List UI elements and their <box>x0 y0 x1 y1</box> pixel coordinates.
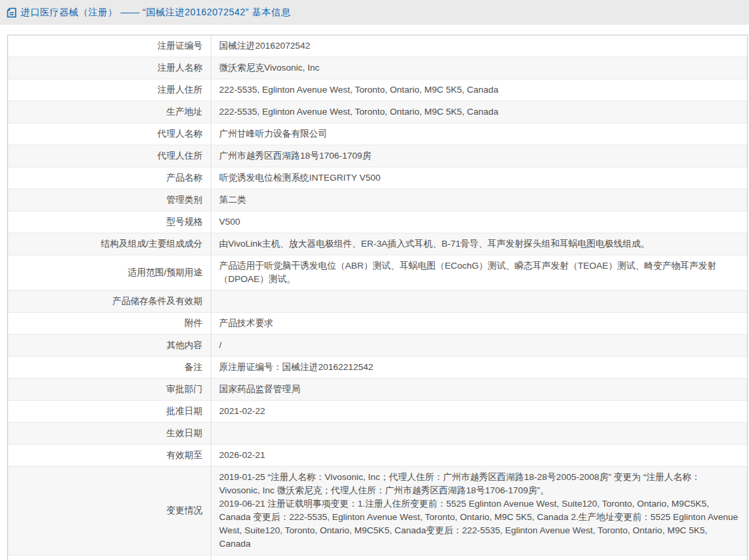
table-row-approval-date: 批准日期 2021-02-22 <box>8 401 747 423</box>
row-label: 注册证编号 <box>8 35 211 57</box>
row-label: 附件 <box>8 313 211 335</box>
row-label: 生效日期 <box>8 423 211 445</box>
row-label: 备注 <box>8 357 211 379</box>
row-value: 广州甘峰听力设备有限公司 <box>211 123 747 145</box>
row-label: 代理人名称 <box>8 123 211 145</box>
row-value: / <box>211 335 747 357</box>
table-row-production-address: 生产地址 222-5535, Eglinton Avenue West, Tor… <box>8 101 747 123</box>
row-value: 第二类 <box>211 189 747 211</box>
registration-info-table: 注册证编号 国械注进20162072542 注册人名称 微沃索尼克Vivoson… <box>7 35 748 560</box>
row-label: 生产地址 <box>8 101 211 123</box>
row-value: 2019-01-25 “注册人名称：Vivosonic, Inc；代理人住所：广… <box>211 467 747 555</box>
table-row-approval-department: 审批部门 国家药品监督管理局 <box>8 379 747 401</box>
row-value: 微沃索尼克Vivosonic, Inc <box>211 57 747 79</box>
row-value: 广州市越秀区西湖路18号1706-1709房 <box>211 145 747 167</box>
row-label: 型号规格 <box>8 211 211 233</box>
table-row-agent-address: 代理人住所 广州市越秀区西湖路18号1706-1709房 <box>8 145 747 167</box>
row-label: 产品名称 <box>8 167 211 189</box>
page-title: 进口医疗器械（注册） —— “国械注进20162072542” 基本信息 <box>21 7 291 19</box>
row-value: 国家药品监督管理局 <box>211 379 747 401</box>
table-row-intended-use: 适用范围/预期用途 产品适用于听觉脑干诱发电位（ABR）测试、耳蜗电图（ECoc… <box>8 255 747 291</box>
table-row-attachment: 附件 产品技术要求 <box>8 313 747 335</box>
table-row-valid-until: 有效期至 2026-02-21 <box>8 445 747 467</box>
table-row-model-spec: 型号规格 V500 <box>8 211 747 233</box>
row-label: 审批部门 <box>8 379 211 401</box>
table-row-agent-name: 代理人名称 广州甘峰听力设备有限公司 <box>8 123 747 145</box>
row-value: 222-5535, Eglinton Avenue West, Toronto,… <box>211 101 747 123</box>
document-icon <box>7 7 17 18</box>
table-row-effective-date: 生效日期 <box>8 423 747 445</box>
row-label: 注册人名称 <box>8 57 211 79</box>
row-label: 其他内容 <box>8 335 211 357</box>
row-label: 注 <box>8 555 211 560</box>
row-value: 详情 <box>211 555 747 560</box>
row-value: V500 <box>211 211 747 233</box>
table-row-structure-composition: 结构及组成/主要组成成分 由VivoLink主机、放大器电极组件、ER-3A插入… <box>8 233 747 255</box>
row-value <box>211 291 747 313</box>
table-row-remarks: 备注 原注册证编号：国械注进20162212542 <box>8 357 747 379</box>
row-label: 适用范围/预期用途 <box>8 255 211 291</box>
row-label: 有效期至 <box>8 445 211 467</box>
table-row-management-class: 管理类别 第二类 <box>8 189 747 211</box>
table-row-storage-conditions: 产品储存条件及有效期 <box>8 291 747 313</box>
row-value: 国械注进20162072542 <box>211 35 747 57</box>
row-label: 管理类别 <box>8 189 211 211</box>
row-value: 2026-02-21 <box>211 445 747 467</box>
row-label: 结构及组成/主要组成成分 <box>8 233 211 255</box>
table-row-other-content: 其他内容 / <box>8 335 747 357</box>
row-label: 注册人住所 <box>8 79 211 101</box>
table-row-change-history: 变更情况 2019-01-25 “注册人名称：Vivosonic, Inc；代理… <box>8 467 747 555</box>
row-label: 变更情况 <box>8 467 211 555</box>
row-value: 由VivoLink主机、放大器电极组件、ER-3A插入式耳机、B-71骨导、耳声… <box>211 233 747 255</box>
table-row-registrant-name: 注册人名称 微沃索尼克Vivosonic, Inc <box>8 57 747 79</box>
row-value: 产品适用于听觉脑干诱发电位（ABR）测试、耳蜗电图（ECochG）测试、瞬态耳声… <box>211 255 747 291</box>
table-row-cert-number: 注册证编号 国械注进20162072542 <box>8 35 747 57</box>
row-label: 产品储存条件及有效期 <box>8 291 211 313</box>
row-label: 批准日期 <box>8 401 211 423</box>
row-value: 222-5535, Eglinton Avenue West, Toronto,… <box>211 79 747 101</box>
table-row-registrant-address: 注册人住所 222-5535, Eglinton Avenue West, To… <box>8 79 747 101</box>
row-value: 2021-02-22 <box>211 401 747 423</box>
row-value <box>211 423 747 445</box>
row-value: 听觉诱发电位检测系统INTEGRITY V500 <box>211 167 747 189</box>
row-label: 代理人住所 <box>8 145 211 167</box>
table-row-product-name: 产品名称 听觉诱发电位检测系统INTEGRITY V500 <box>8 167 747 189</box>
page-header: 进口医疗器械（注册） —— “国械注进20162072542” 基本信息 <box>0 0 749 25</box>
table-row-note: 注 详情 <box>8 555 747 560</box>
row-value: 产品技术要求 <box>211 313 747 335</box>
row-value: 原注册证编号：国械注进20162212542 <box>211 357 747 379</box>
